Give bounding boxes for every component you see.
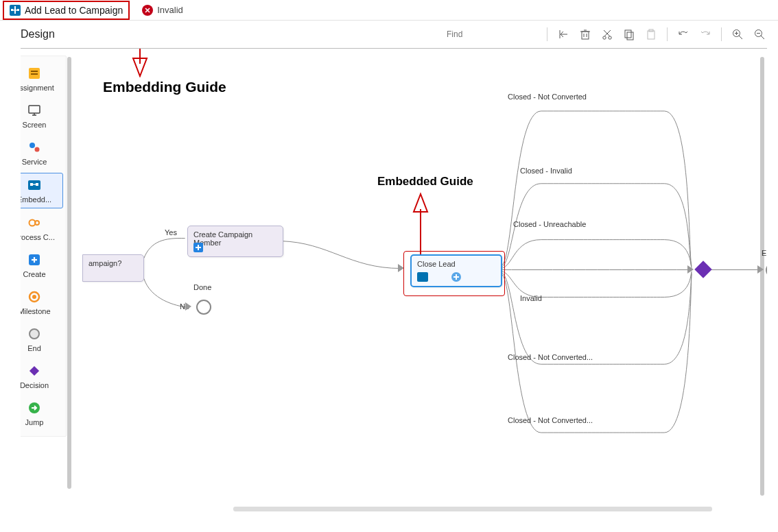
palette-label: Service — [22, 158, 47, 166]
svg-rect-48 — [30, 366, 39, 376]
svg-rect-36 — [28, 180, 40, 190]
svg-point-41 — [35, 221, 39, 225]
palette-scrollbar[interactable] — [67, 57, 71, 489]
create-icon — [27, 252, 42, 267]
svg-line-15 — [604, 30, 611, 36]
design-toolbar: Design — [0, 21, 778, 48]
palette-label: Create — [23, 270, 45, 278]
toolbar-separator — [721, 27, 722, 41]
svg-point-13 — [603, 36, 606, 39]
end-node-done[interactable] — [196, 300, 211, 315]
edge-label-end: End — [762, 249, 767, 257]
svg-point-14 — [609, 36, 611, 39]
find-input[interactable] — [443, 27, 539, 42]
error-icon — [142, 5, 153, 16]
svg-rect-8 — [582, 32, 589, 39]
arrowhead-icon — [687, 265, 694, 274]
palette-create[interactable]: Create — [21, 247, 66, 284]
palette-decision[interactable]: Decision — [21, 358, 66, 395]
edge-label-closed-not-converted: Closed - Not Converted — [508, 93, 563, 101]
palette-service[interactable]: Service — [21, 134, 66, 171]
add-icon[interactable] — [451, 272, 461, 282]
toolbar-separator — [667, 27, 668, 41]
invalid-indicator[interactable]: Invalid — [142, 5, 183, 16]
top-bar: Add Lead to Campaign Invalid — [0, 0, 778, 21]
toolbar-separator — [547, 27, 547, 41]
plus-icon — [193, 243, 203, 252]
service-icon — [27, 140, 42, 155]
svg-rect-17 — [625, 30, 631, 38]
svg-rect-31 — [29, 106, 40, 113]
embedded-icon — [417, 272, 428, 282]
screen-icon — [27, 103, 42, 118]
flow-canvas[interactable]: Embedding Guide Embedded Guide — [75, 49, 767, 502]
edge-label-closed-not-converted-bot: Closed - Not Converted... — [508, 416, 563, 424]
palette-label: Assignment — [21, 84, 54, 92]
canvas-horizontal-scrollbar[interactable] — [233, 507, 712, 511]
palette-process-call[interactable]: Process C... — [21, 210, 66, 247]
tab-title: Add Lead to Campaign — [25, 5, 123, 16]
svg-point-35 — [35, 147, 40, 152]
palette-label: Embedd... — [21, 195, 51, 204]
palette-label: Decision — [21, 381, 49, 389]
svg-point-34 — [30, 143, 35, 148]
paste-button[interactable] — [644, 27, 659, 42]
jump-icon — [27, 400, 42, 415]
embedded-icon — [27, 178, 42, 193]
end-icon — [27, 326, 42, 341]
workspace: Assignment Screen Service Embedd... Proc… — [21, 48, 767, 520]
cut-button[interactable] — [600, 27, 615, 42]
edge-label-closed-not-converted-mid: Closed - Not Converted... — [508, 353, 563, 361]
palette-milestone[interactable]: Milestone — [21, 284, 66, 321]
zoom-in-button[interactable] — [730, 27, 745, 42]
svg-rect-18 — [627, 32, 633, 40]
invalid-label: Invalid — [157, 5, 183, 15]
tab-add-lead[interactable]: Add Lead to Campaign — [3, 1, 130, 20]
go-start-button[interactable] — [556, 27, 571, 42]
edge-label-invalid: Invalid — [520, 294, 542, 302]
svg-point-46 — [32, 295, 36, 299]
copy-button[interactable] — [622, 27, 637, 42]
svg-line-22 — [739, 36, 742, 39]
svg-rect-37 — [30, 183, 33, 186]
milestone-icon — [27, 289, 42, 304]
node-label: ampaign? — [89, 259, 138, 267]
node-is-in-campaign[interactable]: ampaign? — [82, 254, 144, 282]
palette-screen[interactable]: Screen — [21, 97, 66, 134]
svg-line-16 — [604, 30, 610, 36]
palette-embedded[interactable]: Embedd... — [21, 173, 63, 208]
process-call-icon — [27, 215, 42, 230]
palette-jump[interactable]: Jump — [21, 395, 66, 432]
svg-point-47 — [30, 329, 39, 339]
flow-icon — [10, 5, 21, 16]
svg-rect-38 — [36, 183, 38, 186]
arrowhead-icon — [757, 265, 764, 274]
palette-end[interactable]: End — [21, 321, 66, 358]
edge-label-done: Done — [193, 283, 211, 291]
palette-label: Screen — [23, 121, 47, 129]
assignment-icon — [27, 66, 42, 81]
decision-icon — [27, 363, 42, 378]
palette-label: Process C... — [21, 233, 55, 241]
palette-panel: Assignment Screen Service Embedd... Proc… — [21, 56, 67, 437]
undo-button[interactable] — [676, 27, 691, 42]
node-label: Create Campaign Member — [193, 230, 277, 247]
delete-button[interactable] — [578, 27, 593, 42]
zoom-out-button[interactable] — [752, 27, 767, 42]
palette-label: Jump — [25, 418, 44, 426]
palette-label: Milestone — [21, 307, 51, 315]
palette-assignment[interactable]: Assignment — [21, 60, 66, 97]
node-close-lead-embedded[interactable]: Close Lead — [410, 254, 502, 287]
node-create-campaign-member[interactable]: Create Campaign Member — [187, 226, 283, 257]
edge-label-closed-invalid: Closed - Invalid — [520, 167, 572, 175]
toolbar — [443, 27, 767, 42]
redo-button[interactable] — [698, 27, 713, 42]
design-title: Design — [21, 28, 55, 40]
edge-label-yes: Yes — [165, 228, 177, 237]
svg-rect-3 — [11, 10, 19, 11]
node-label: Close Lead — [417, 260, 495, 268]
svg-rect-19 — [648, 31, 655, 39]
arrowhead-icon — [185, 302, 191, 311]
edge-label-closed-unreachable: Closed - Unreachable — [513, 220, 568, 228]
palette-label: End — [27, 344, 41, 352]
